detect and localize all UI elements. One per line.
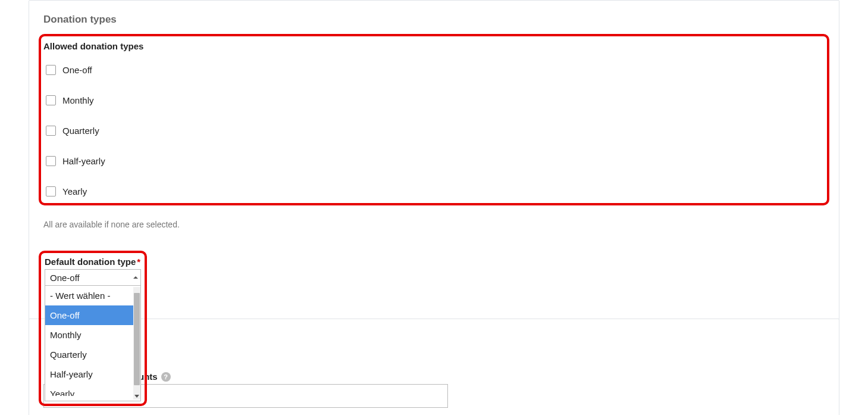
allowed-types-label: Allowed donation types <box>43 41 822 51</box>
checkbox-row-yearly: Yearly <box>43 176 822 198</box>
checkbox-yearly[interactable] <box>46 186 56 196</box>
checkbox-one-off[interactable] <box>46 65 56 75</box>
default-type-label-text: Default donation type <box>45 257 136 267</box>
dropdown-option-placeholder[interactable]: - Wert wählen - <box>45 286 133 305</box>
allowed-types-help: All are available if none are selected. <box>43 220 825 229</box>
checkbox-row-quarterly: Quarterly <box>43 116 822 146</box>
checkbox-half-yearly[interactable] <box>46 156 56 166</box>
checkbox-row-half-yearly: Half-yearly <box>43 146 822 176</box>
checkbox-label-quarterly[interactable]: Quarterly <box>62 126 99 136</box>
dropdown-option-one-off[interactable]: One-off <box>45 305 133 325</box>
dropdown-option-yearly[interactable]: Yearly <box>45 384 133 396</box>
default-type-highlight: Default donation type* One-off - Wert wä… <box>39 251 147 406</box>
dropdown-scroll-thumb[interactable] <box>134 293 140 385</box>
required-marker: * <box>137 257 140 267</box>
checkbox-row-one-off: One-off <box>43 55 822 85</box>
chevron-down-icon[interactable] <box>134 395 139 398</box>
allowed-types-checkbox-list: One-off Monthly Quarterly Half-yearly <box>43 55 822 198</box>
dropdown-option-monthly[interactable]: Monthly <box>45 325 133 345</box>
checkbox-label-one-off[interactable]: One-off <box>62 65 92 75</box>
checkbox-label-half-yearly[interactable]: Half-yearly <box>62 156 105 166</box>
checkbox-label-monthly[interactable]: Monthly <box>62 95 94 105</box>
checkbox-row-monthly: Monthly <box>43 85 822 116</box>
dropdown-scrollbar[interactable] <box>133 287 140 400</box>
panel-title: Donation types <box>29 1 839 32</box>
checkbox-quarterly[interactable] <box>46 126 56 136</box>
default-type-select-value: One-off <box>50 273 80 283</box>
chevron-up-icon <box>133 276 138 279</box>
dropdown-option-half-yearly[interactable]: Half-yearly <box>45 364 133 384</box>
checkbox-monthly[interactable] <box>46 95 56 105</box>
default-type-label: Default donation type* <box>45 257 141 267</box>
checkbox-label-yearly[interactable]: Yearly <box>62 186 87 196</box>
donation-types-panel: Donation types Allowed donation types On… <box>29 0 839 415</box>
allowed-types-highlight: Allowed donation types One-off Monthly Q… <box>39 34 829 205</box>
default-type-dropdown: - Wert wählen - One-off Monthly Quarterl… <box>45 286 141 401</box>
dropdown-option-quarterly[interactable]: Quarterly <box>45 345 133 364</box>
default-type-select[interactable]: One-off <box>45 269 141 286</box>
